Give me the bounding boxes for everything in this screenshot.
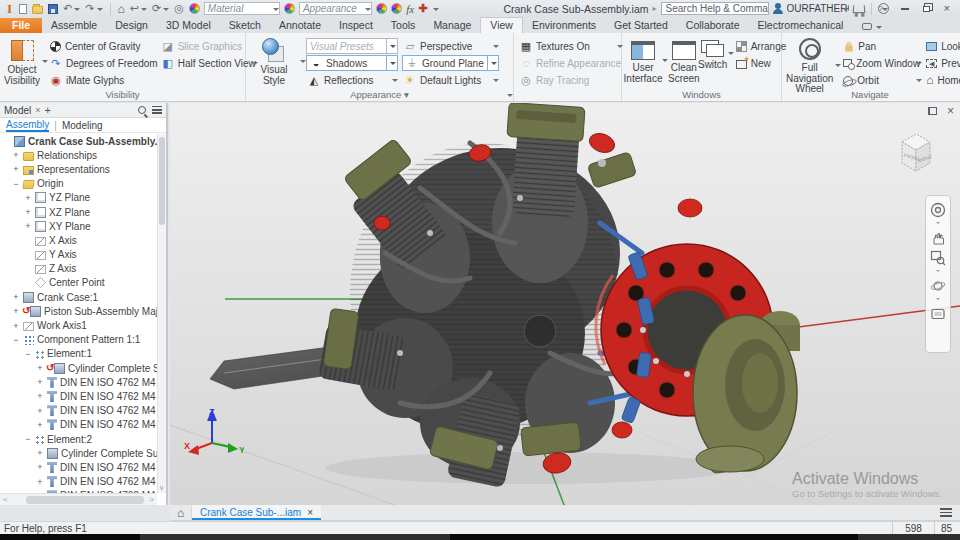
viewport-restore-icon[interactable] bbox=[928, 107, 937, 115]
close-button[interactable]: × bbox=[944, 3, 950, 14]
parameters-fx-icon[interactable]: fx bbox=[406, 3, 414, 15]
viewport-close-icon[interactable]: × bbox=[947, 106, 954, 116]
tree-item[interactable]: +XY Plane bbox=[0, 219, 157, 233]
orbit-button[interactable]: Orbit bbox=[841, 72, 922, 88]
center-of-gravity-button[interactable]: Center of Gravity bbox=[48, 38, 160, 54]
tree-item[interactable]: +DIN EN ISO 4762 M4 x 12:6 bbox=[0, 475, 157, 489]
nav-dropdown-icon[interactable] bbox=[936, 222, 940, 226]
tree-item[interactable]: +Piston Sub-Assembly Major:1 bbox=[0, 304, 157, 318]
inventor-logo-icon[interactable]: I bbox=[4, 1, 15, 17]
color-wheel-icon[interactable] bbox=[284, 3, 295, 14]
tree-item[interactable]: +Crank Case:1 bbox=[0, 290, 157, 304]
tab-annotate[interactable]: Annotate bbox=[270, 18, 330, 33]
look-at-button[interactable]: Look At bbox=[924, 38, 960, 54]
half-section-view-button[interactable]: ◧ Half Section View bbox=[160, 55, 258, 71]
user-account-icon[interactable] bbox=[773, 3, 783, 14]
tree-item[interactable]: +DIN EN ISO 4762 M4 x 12:1 bbox=[0, 389, 157, 403]
document-home-icon[interactable]: ⌂ bbox=[170, 506, 192, 520]
adjust-color-icon[interactable] bbox=[376, 3, 387, 14]
tree-item[interactable]: +Cylinder Complete Sub-Asser bbox=[0, 446, 157, 460]
navigation-wheel-icon[interactable] bbox=[929, 201, 947, 219]
orbit-icon[interactable] bbox=[929, 277, 947, 295]
pan-button[interactable]: Pan bbox=[841, 38, 922, 54]
zoom-window-icon[interactable] bbox=[929, 249, 947, 267]
tree-item[interactable]: X Axis bbox=[0, 233, 157, 247]
browser-tab-model[interactable]: Model× bbox=[4, 105, 41, 116]
degrees-of-freedom-button[interactable]: ↷ Degrees of Freedom bbox=[48, 55, 160, 71]
appearance-dropdown[interactable]: Appearance bbox=[299, 2, 372, 15]
render-wheel-icon[interactable] bbox=[189, 3, 200, 14]
home-icon[interactable]: ⌂ bbox=[118, 3, 125, 15]
tab-get-started[interactable]: Get Started bbox=[605, 18, 677, 33]
open-file-icon[interactable] bbox=[32, 6, 43, 14]
shadows-button[interactable]: ◒Shadows bbox=[306, 55, 398, 71]
material-dropdown[interactable]: Material bbox=[204, 2, 280, 15]
nav-dropdown-icon[interactable] bbox=[936, 270, 940, 274]
pan-icon[interactable] bbox=[929, 229, 947, 247]
document-tab-close-icon[interactable]: × bbox=[307, 507, 313, 518]
tab-modeling[interactable]: Modeling bbox=[62, 120, 103, 131]
return-icon[interactable]: ↩ bbox=[130, 3, 147, 14]
tab-sketch[interactable]: Sketch bbox=[220, 18, 270, 33]
user-interface-button[interactable]: User Interface bbox=[626, 36, 668, 84]
clear-color-icon[interactable] bbox=[391, 3, 402, 14]
help-icon[interactable]: ? bbox=[878, 3, 889, 14]
scrollbar-thumb[interactable] bbox=[26, 496, 144, 504]
tab-inspect[interactable]: Inspect bbox=[330, 18, 382, 33]
redo-icon[interactable]: ↷ bbox=[85, 3, 102, 14]
home-view-button[interactable]: ⌂ Home View bbox=[924, 72, 960, 88]
tab-file[interactable]: File bbox=[0, 18, 42, 33]
update-icon[interactable]: ⟳ bbox=[152, 3, 169, 14]
reflections-button[interactable]: ◭ Reflections bbox=[306, 72, 398, 88]
store-cart-icon[interactable] bbox=[852, 5, 865, 13]
look-at-icon[interactable] bbox=[929, 305, 947, 323]
tree-item[interactable]: −Origin bbox=[0, 177, 157, 191]
tab-manage[interactable]: Manage bbox=[424, 18, 480, 33]
tree-item[interactable]: +DIN EN ISO 4762 M4 x 12:5 bbox=[0, 460, 157, 474]
scroll-down-icon[interactable]: ∨ bbox=[159, 484, 164, 492]
visual-style-button[interactable]: Visual Style bbox=[250, 36, 306, 86]
tree-item[interactable]: +YZ Plane bbox=[0, 191, 157, 205]
ground-plane-button[interactable]: ⏚Ground Plane bbox=[402, 55, 499, 71]
zoom-window-button[interactable]: Zoom Window bbox=[841, 55, 922, 71]
browser-tab-close-icon[interactable]: × bbox=[35, 105, 40, 115]
new-file-icon[interactable] bbox=[19, 4, 27, 14]
textures-on-button[interactable]: ▦ Textures On bbox=[518, 38, 623, 54]
select-icon[interactable]: ◎ bbox=[174, 3, 184, 14]
document-tab-active[interactable]: Crank Case Sub-...iam × bbox=[192, 505, 321, 520]
new-window-button[interactable]: New bbox=[734, 55, 789, 71]
minimize-button[interactable] bbox=[901, 8, 909, 10]
tree-item[interactable]: +DIN EN ISO 4762 M4 x 12:2 bbox=[0, 418, 157, 432]
browser-menu-icon[interactable] bbox=[152, 106, 162, 114]
tree-item[interactable]: Center Point bbox=[0, 276, 157, 290]
tree-item[interactable]: +DIN EN ISO 4762 M4 x 12:3 bbox=[0, 404, 157, 418]
tree-item[interactable]: +Representations bbox=[0, 162, 157, 176]
scrollbar-thumb[interactable] bbox=[159, 137, 165, 225]
perspective-button[interactable]: ▱ Perspective bbox=[402, 38, 499, 54]
browser-horizontal-scrollbar[interactable]: < > bbox=[0, 493, 157, 505]
tree-item[interactable]: +XZ Plane bbox=[0, 205, 157, 219]
title-flyout-icon[interactable]: ▸ bbox=[653, 4, 657, 13]
tab-assemble[interactable]: Assemble bbox=[42, 18, 106, 33]
save-icon[interactable] bbox=[48, 4, 58, 14]
clean-screen-button[interactable]: Clean Screen bbox=[668, 36, 700, 84]
tree-item[interactable]: −Element:2 bbox=[0, 432, 157, 446]
tab-collaborate[interactable]: Collaborate bbox=[677, 18, 749, 33]
panel-label-appearance[interactable]: Appearance ▾ bbox=[246, 89, 513, 101]
tree-item[interactable]: +Work Axis1 bbox=[0, 318, 157, 332]
tab-assembly[interactable]: Assembly bbox=[6, 119, 49, 132]
arrange-button[interactable]: Arrange bbox=[734, 38, 789, 54]
browser-add-tab-icon[interactable]: + bbox=[45, 104, 51, 116]
tree-item[interactable]: +Cylinder Complete Sub-A: bbox=[0, 361, 157, 375]
graphics-viewport[interactable]: × FRONT RIGHT bbox=[170, 103, 960, 505]
tab-design[interactable]: Design bbox=[106, 18, 157, 33]
tree-item[interactable]: Crank Case Sub-Assembly.iam bbox=[0, 134, 157, 148]
tab-3d-model[interactable]: 3D Model bbox=[157, 18, 220, 33]
document-tab-menu-icon[interactable] bbox=[940, 508, 952, 517]
nav-dropdown-icon[interactable] bbox=[936, 298, 940, 302]
previous-view-button[interactable]: ◀ Previous bbox=[924, 55, 960, 71]
ribbon-display-options[interactable] bbox=[862, 23, 882, 33]
full-navigation-wheel-button[interactable]: Full Navigation Wheel bbox=[786, 36, 841, 95]
tree-item[interactable]: −Element:1 bbox=[0, 347, 157, 361]
undo-icon[interactable]: ↶ bbox=[63, 3, 80, 14]
